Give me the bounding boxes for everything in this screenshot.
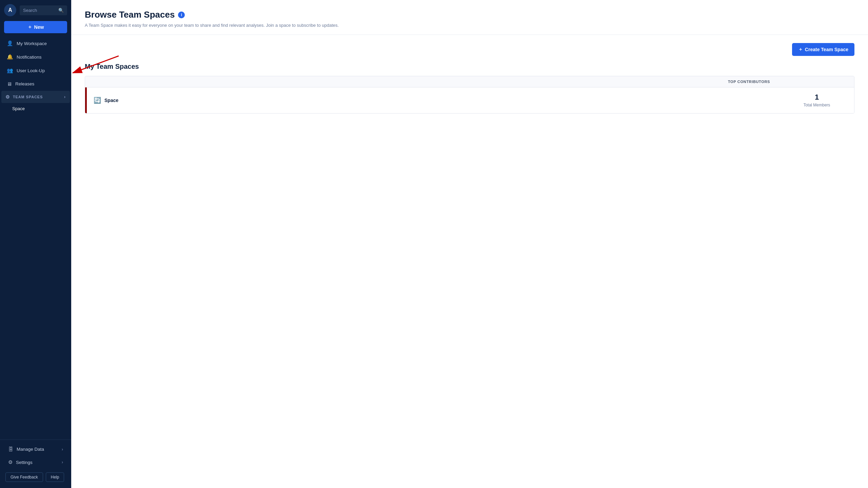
sidebar-top: A Search 🔍	[0, 0, 71, 20]
page-title: Browse Team Spaces	[85, 9, 175, 20]
spaces-table: TOP CONTRIBUTORS 🔄 Space 1 Total Members	[85, 76, 854, 114]
sidebar-item-notifications[interactable]: 🔔 Notifications	[1, 50, 70, 63]
sidebar-item-settings[interactable]: ⚙ Settings ›	[3, 456, 68, 469]
space-name-cell: 🔄 Space	[94, 97, 712, 104]
create-plus-icon: ＋	[798, 46, 803, 53]
bottom-action-buttons: Give Feedback Help	[1, 469, 70, 485]
table-header: TOP CONTRIBUTORS	[85, 76, 854, 87]
logo-avatar[interactable]: A	[4, 4, 16, 16]
my-team-spaces-title: My Team Spaces	[85, 63, 854, 70]
sidebar-item-user-lookup[interactable]: 👥 User Look-Up	[1, 64, 70, 77]
sidebar-item-manage-data[interactable]: 🗄 Manage Data ›	[3, 443, 68, 455]
team-spaces-chevron-icon: ›	[64, 95, 66, 99]
search-icon: 🔍	[58, 8, 64, 13]
page-header: Browse Team Spaces i A Team Space makes …	[71, 0, 868, 35]
info-icon[interactable]: i	[178, 12, 185, 18]
space-sync-icon: 🔄	[94, 97, 101, 104]
user-lookup-icon: 👥	[7, 67, 13, 74]
sidebar-item-space[interactable]: Space	[0, 103, 71, 114]
create-team-space-button[interactable]: ＋ Create Team Space	[792, 43, 854, 56]
manage-data-icon: 🗄	[8, 446, 13, 452]
sidebar-item-my-workspace[interactable]: 👤 My Workspace	[1, 37, 70, 50]
sidebar-bottom: 🗄 Manage Data › ⚙ Settings › Give Feedba…	[0, 440, 71, 488]
give-feedback-button[interactable]: Give Feedback	[5, 472, 43, 482]
new-plus-icon: ＋	[27, 24, 32, 30]
settings-icon: ⚙	[8, 459, 13, 465]
sidebar-item-releases[interactable]: 🖥 Releases	[1, 78, 70, 90]
table-row[interactable]: 🔄 Space 1 Total Members	[85, 87, 854, 113]
releases-icon: 🖥	[7, 81, 12, 87]
help-button[interactable]: Help	[46, 472, 64, 482]
sidebar: A Search 🔍 ＋ New 👤 My Workspace 🔔 Notifi…	[0, 0, 71, 488]
search-box[interactable]: Search 🔍	[20, 5, 67, 15]
notifications-icon: 🔔	[7, 54, 13, 60]
members-count: 1	[786, 93, 847, 102]
space-name-label: Space	[104, 98, 118, 103]
settings-chevron-icon: ›	[62, 460, 63, 465]
main-body: ＋ Create Team Space My Team Spaces TOP C…	[71, 35, 868, 122]
manage-data-chevron-icon: ›	[62, 447, 63, 452]
team-spaces-section-header[interactable]: ⚙ TEAM SPACES ›	[1, 91, 70, 103]
members-label: Total Members	[804, 103, 830, 107]
search-label: Search	[23, 8, 37, 13]
new-button[interactable]: ＋ New	[4, 21, 67, 33]
team-spaces-gear-icon: ⚙	[5, 94, 10, 100]
main-content: Browse Team Spaces i A Team Space makes …	[71, 0, 868, 488]
workspace-icon: 👤	[7, 40, 13, 46]
page-subtitle: A Team Space makes it easy for everyone …	[85, 23, 854, 28]
section-toolbar: ＋ Create Team Space	[85, 43, 854, 56]
col-contributors-header: TOP CONTRIBUTORS	[712, 80, 786, 84]
space-members-cell: 1 Total Members	[786, 93, 847, 108]
